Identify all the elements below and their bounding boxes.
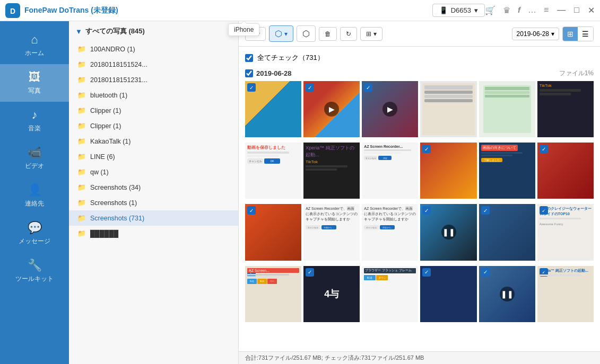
refresh-button[interactable]: ↻ [340,27,357,41]
album-item[interactable]: 📁 Screenshots (731) [69,210,238,226]
plus-icon: + [251,30,255,38]
minimize-button[interactable]: — [557,5,566,15]
album-item[interactable]: 📁 100ANDRO (1) [69,41,238,57]
photo-cell[interactable]: ✓ 動画を保存しました キャンセル OK [245,143,301,199]
photo-cell[interactable]: ✓ TikTok [537,81,594,137]
album-item[interactable]: 📁 Clipper (1) [69,118,238,134]
photo-cell[interactable]: ✓ [245,81,301,137]
more-button[interactable]: ⊞ ▾ [360,27,382,41]
photo-cell[interactable]: ✓ AZ Screen Recorder... キャンセル 決定 [362,143,418,199]
close-button[interactable]: ✕ [588,5,595,15]
photo-checkbox[interactable]: ✓ [247,206,256,215]
photo-cell[interactable]: ✓ ▶ [303,81,360,137]
photo-cell[interactable]: ✓ 4与 [303,266,360,322]
sidebar-item-contacts[interactable]: 👤 連絡先 [0,177,69,215]
photo-checkbox[interactable]: ✓ [422,206,431,215]
content-area: + ▾ ⬡ ▾ ⬡ 🗑 ↻ ⊞ ▾ 2019-06-28 [239,21,600,364]
photo-cell[interactable]: ✓ [420,266,476,322]
list-view-button[interactable]: ☰ [578,27,593,41]
album-item[interactable]: 📁 Clipper (1) [69,103,238,118]
photo-cell[interactable]: ✓ 画面の向きについて 了解しました [479,143,535,199]
check-all-checkbox[interactable] [245,54,253,62]
photo-cell[interactable]: ✓ [479,81,535,137]
more-chevron-icon: ▾ [373,30,377,38]
facebook-icon[interactable]: f [518,5,520,15]
photo-checkbox[interactable]: ✓ [306,83,314,92]
photo-cell[interactable]: ✓ ❚❚ [420,204,476,260]
photo-cell[interactable]: ✓ [479,204,535,260]
grid-view-button[interactable]: ⊞ [563,27,578,41]
album-item[interactable]: 📁 20180118151524... [69,57,238,72]
status-text: 合計:731ファイル/251.67 MB; チェック済み:731ファイル/251… [245,354,424,362]
cart-icon[interactable]: 🛒 [485,5,495,15]
user-icon[interactable]: ♛ [503,5,510,15]
album-item[interactable]: 📁 qw (1) [69,164,238,180]
album-name: Clipper (1) [90,107,121,114]
section-date: 2019-06-28 [245,69,292,77]
photos-icon: 🖼 [29,70,40,84]
photo-cell[interactable]: ✓ 世界のクレイジーなウォータースライドのTOP10 Awesome Funny [537,204,594,260]
menu-icon[interactable]: ≡ [544,5,549,15]
photo-cell[interactable]: ✓ [420,81,476,137]
photo-cell[interactable]: ✓ AZ Screen Recorderで、画面に表示されているコンテンツのキャ… [362,204,418,260]
photo-cell[interactable]: ✓ ブラウザー フラッシュ フレーム 転送 ダウン [362,266,418,322]
photo-checkbox[interactable]: ✓ [247,83,256,92]
sidebar-item-photos[interactable]: 🖼 写真 [0,64,69,102]
section-checkbox[interactable] [245,69,253,77]
maximize-button[interactable]: □ [574,5,579,15]
play-button-pause[interactable]: ❚❚ [500,287,515,301]
sidebar-item-home[interactable]: ⌂ ホーム [0,26,69,64]
photo-grid-row3: ✓ ✓ AZ Screen Recorderで、画面に表示されているコンテンツの… [245,204,594,260]
sidebar-item-messages[interactable]: 💬 メッセージ [0,215,69,252]
export-button[interactable]: ⬡ ▾ [269,25,293,42]
play-button[interactable]: ▶ [382,102,397,117]
photo-cell[interactable]: ✓ [537,143,594,199]
photo-checkbox[interactable]: ✓ [422,268,431,277]
sidebar-item-music[interactable]: ♪ 音楽 [0,102,69,139]
import-button[interactable]: ⬡ [297,25,316,42]
album-item[interactable]: 📁 20180118151231... [69,72,238,87]
device-selector[interactable]: 📱 D6653 ▾ [432,4,485,17]
delete-button[interactable]: 🗑 [319,27,337,41]
photo-checkbox[interactable]: ✓ [540,145,548,153]
album-item[interactable]: 📁 Screenshots (34) [69,180,238,195]
album-item[interactable]: 📁 ██████ [69,226,238,241]
chat-icon[interactable]: … [528,5,536,15]
device-icon: 📱 [439,6,448,14]
album-item[interactable]: 📁 LINE (6) [69,149,238,164]
play-button[interactable]: ❚❚ [441,225,456,239]
music-icon: ♪ [32,108,38,122]
album-icon: 📁 [77,45,86,53]
photo-cell[interactable]: ✓ [420,143,476,199]
photo-checkbox[interactable]: ✓ [364,83,372,92]
album-item[interactable]: 📁 Screenshots (1) [69,195,238,210]
photo-cell[interactable]: ✓ ❚❚ [479,266,535,322]
grid-icon: ⊞ [366,30,371,38]
play-button[interactable]: ▶ [324,102,339,117]
photo-checkbox[interactable]: ✓ [306,268,314,277]
album-name: Screenshots (34) [90,184,141,191]
photo-cell[interactable]: ✓ AZ Screen Recorderで、画面に表示されているコンテンツのキャ… [303,204,360,260]
add-button[interactable]: + ▾ [245,27,266,41]
album-item[interactable]: 📁 KakaoTalk (1) [69,134,238,149]
app-logo: D [5,3,20,18]
add-chevron-icon: ▾ [257,30,260,38]
album-icon: 📁 [77,199,86,207]
photo-cell[interactable]: ✓ ▶ [362,81,418,137]
content-scroll[interactable]: 全てチェック（731） 2019-06-28 ファイル1% ✓ ✓ ▶ [239,47,600,351]
photo-cell[interactable]: ✓ [245,204,301,260]
photo-cell[interactable]: ✓ Xperia™ 純正ソフトの起動... [537,266,594,322]
album-icon: 📁 [77,229,86,237]
date-selector[interactable]: 2019-06-28 ▾ [512,28,559,40]
chevron-down-icon: ▾ [474,6,478,14]
photo-checkbox[interactable]: ✓ [481,206,490,215]
status-bar: 合計:731ファイル/251.67 MB; チェック済み:731ファイル/251… [239,351,600,364]
photo-cell[interactable]: ✓ Xperia™ 純正ソフトの起動... TikTok [303,143,360,199]
photo-checkbox[interactable]: ✓ [481,268,490,277]
photo-checkbox[interactable]: ✓ [422,145,431,153]
photo-cell[interactable]: ✓ AZ Screen... 転送 動画 ロー [245,266,301,322]
sidebar-item-video[interactable]: 📹 ビデオ [0,139,69,177]
sidebar-item-toolkit[interactable]: 🔧 ツールキット [0,252,69,290]
album-item[interactable]: 📁 bluetooth (1) [69,87,238,103]
photo-grid-row2: ✓ 動画を保存しました キャンセル OK ✓ Xperia™ 純正ソフ [245,143,594,199]
